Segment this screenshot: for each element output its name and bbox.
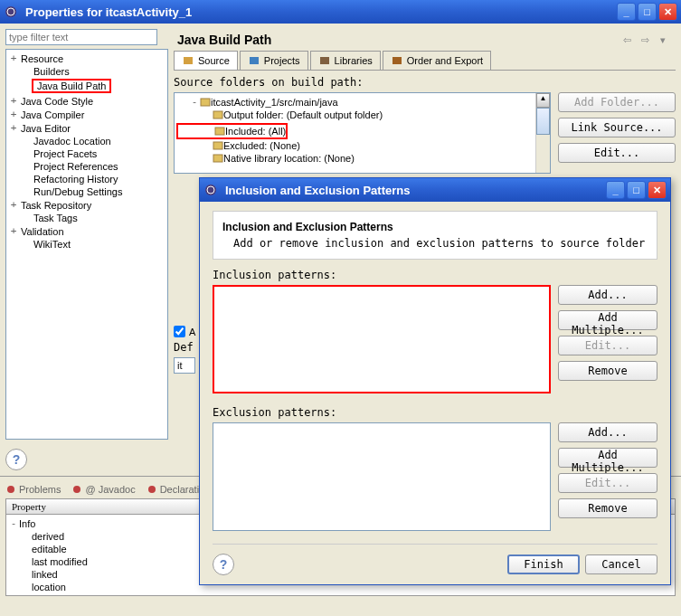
scroll-up-icon[interactable]: ▲ [536, 93, 550, 108]
view-tab[interactable]: @ Javadoc [71, 484, 135, 495]
modal-title: Inclusion and Exclusion Patterns [222, 184, 606, 197]
property-label: last modified [32, 556, 88, 567]
help-icon[interactable]: ? [5, 449, 27, 470]
tree-item[interactable]: Project References [8, 160, 166, 173]
source-body: - itcastActivity_1/src/main/java Output … [174, 92, 676, 174]
tab-libraries[interactable]: Libraries [310, 51, 381, 70]
tree-item[interactable]: Javadoc Location [8, 135, 166, 147]
modal-help-icon[interactable]: ? [213, 554, 234, 575]
tree-label: Java Build Path [32, 79, 111, 93]
tree-item[interactable]: +Java Editor [8, 121, 166, 135]
nav-tree[interactable]: +ResourceBuildersJava Build Path+Java Co… [5, 49, 168, 440]
view-tab[interactable]: Declarati [147, 484, 199, 495]
inclusion-remove-button[interactable]: Remove [558, 361, 657, 381]
tree-label: Run/Debug Settings [32, 186, 124, 197]
tree-item[interactable]: +Java Code Style [8, 94, 166, 108]
tree-label: Refactoring History [32, 174, 120, 185]
exclusion-list[interactable] [213, 422, 551, 531]
view-label: Problems [19, 484, 61, 495]
view-icon [147, 484, 157, 495]
tab-icon [318, 54, 331, 67]
source-tree-row[interactable]: Native library location: (None) [176, 152, 548, 165]
inclusion-edit-button[interactable]: Edit... [558, 336, 657, 355]
tree-item[interactable]: Task Tags [8, 212, 166, 224]
tree-label: WikiText [32, 239, 72, 250]
exc-icon [213, 140, 223, 151]
source-tree-text: Excluded: (None) [223, 140, 300, 151]
edit-button[interactable]: Edit... [558, 143, 676, 163]
default-label: Def [174, 341, 194, 354]
inclusion-label: Inclusion patterns: [213, 269, 657, 281]
cancel-button[interactable]: Cancel [585, 554, 657, 574]
source-tree-row[interactable]: Included: (All) [176, 123, 288, 139]
tree-label: Resource [19, 53, 65, 64]
exclusion-remove-button[interactable]: Remove [558, 498, 657, 518]
tree-label: Builders [32, 66, 71, 77]
scroll-thumb[interactable] [536, 108, 550, 135]
source-tree-row[interactable]: Output folder: (Default output folder) [176, 109, 548, 121]
modal-minimize-button[interactable]: _ [606, 181, 625, 199]
expand-icon[interactable]: + [8, 122, 19, 134]
close-button[interactable]: ✕ [658, 3, 677, 21]
source-folders-label: Source folders on build path: [174, 76, 676, 89]
tree-item[interactable]: +Resource [8, 52, 166, 65]
fwd-arrow-icon[interactable]: ⇨ [636, 34, 654, 46]
out-icon [213, 109, 223, 120]
source-tree[interactable]: - itcastActivity_1/src/main/java Output … [174, 92, 551, 174]
view-tab[interactable]: Problems [5, 484, 61, 495]
main-title: Properties for itcastActivity_1 [22, 5, 617, 19]
scrollbar[interactable]: ▲ [535, 93, 550, 173]
tree-label: Java Compiler [19, 109, 86, 120]
tree-item[interactable]: +Validation [8, 224, 166, 238]
expand-icon[interactable]: + [8, 95, 19, 107]
tree-label: Javadoc Location [32, 136, 113, 147]
inclusion-list[interactable] [213, 285, 551, 393]
tree-item[interactable]: Project Facets [8, 147, 166, 160]
add-folder-button[interactable]: Add Folder... [558, 92, 676, 112]
expand-icon[interactable]: + [8, 225, 19, 237]
expand-icon[interactable]: + [8, 109, 19, 120]
tab-order-and-export[interactable]: Order and Export [383, 51, 491, 70]
maximize-button[interactable]: □ [638, 3, 657, 21]
tab-projects[interactable]: Projects [240, 51, 308, 70]
source-tree-text: Output folder: (Default output folder) [223, 109, 383, 120]
link-source-button[interactable]: Link Source... [558, 118, 676, 137]
exclusion-add-multiple-button[interactable]: Add Multiple... [558, 448, 657, 468]
filter-input[interactable] [5, 29, 157, 45]
expand-icon[interactable]: - [8, 517, 19, 529]
source-tree-row[interactable]: - itcastActivity_1/src/main/java [176, 95, 548, 109]
source-tree-text: Included: (All) [225, 126, 286, 137]
svg-rect-2 [184, 57, 193, 64]
exclusion-edit-button[interactable]: Edit... [558, 473, 657, 493]
tree-item[interactable]: +Task Repository [8, 198, 166, 212]
finish-button[interactable]: Finish [507, 554, 580, 574]
expand-icon[interactable]: + [8, 199, 19, 211]
modal-maximize-button[interactable]: □ [627, 181, 646, 199]
menu-arrow-icon[interactable]: ▾ [654, 34, 672, 46]
tree-item[interactable]: WikiText [8, 238, 166, 251]
minimize-button[interactable]: _ [617, 3, 636, 21]
source-tree-text: itcastActivity_1/src/main/java [211, 97, 338, 108]
tree-item[interactable]: Refactoring History [8, 173, 166, 185]
allow-checkbox[interactable] [174, 326, 185, 337]
tab-source[interactable]: Source [174, 51, 238, 70]
modal-titlebar: Inclusion and Exclusion Patterns _ □ ✕ [200, 178, 670, 202]
default-output-input[interactable] [174, 357, 195, 374]
back-arrow-icon[interactable]: ⇦ [618, 34, 636, 46]
svg-rect-5 [393, 57, 402, 64]
tree-item[interactable]: Builders [8, 65, 166, 78]
expand-icon[interactable]: + [8, 52, 19, 64]
source-tree-row[interactable]: Excluded: (None) [176, 139, 548, 152]
tree-label: Java Editor [19, 123, 72, 134]
svg-rect-6 [201, 99, 210, 106]
tree-item[interactable]: Run/Debug Settings [8, 185, 166, 198]
tree-item[interactable]: +Java Compiler [8, 108, 166, 121]
svg-rect-10 [213, 155, 222, 162]
inclusion-add-button[interactable]: Add... [558, 285, 657, 305]
modal-close-button[interactable]: ✕ [648, 181, 667, 199]
exclusion-label: Exclusion patterns: [213, 406, 657, 419]
expand-icon[interactable]: - [189, 96, 200, 108]
tree-item[interactable]: Java Build Path [8, 78, 166, 94]
inclusion-add-multiple-button[interactable]: Add Multiple... [558, 310, 657, 330]
exclusion-add-button[interactable]: Add... [558, 422, 657, 442]
